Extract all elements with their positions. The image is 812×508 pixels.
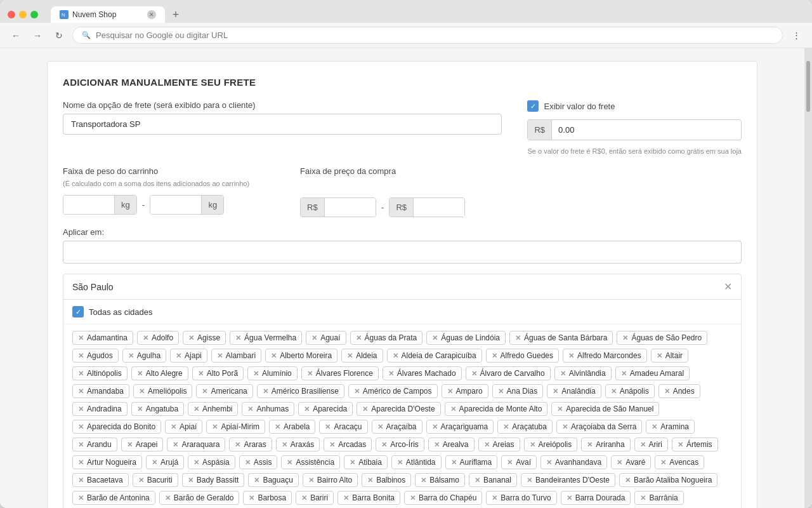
city-remove-button[interactable]: ✕: [165, 494, 171, 502]
city-remove-button[interactable]: ✕: [498, 387, 504, 396]
new-tab-button[interactable]: +: [167, 6, 184, 23]
city-remove-button[interactable]: ✕: [546, 458, 552, 467]
minimize-traffic-light[interactable]: [19, 11, 27, 18]
city-remove-button[interactable]: ✕: [325, 423, 331, 431]
city-remove-button[interactable]: ✕: [193, 405, 199, 413]
city-remove-button[interactable]: ✕: [249, 494, 254, 502]
back-button[interactable]: ←: [8, 27, 24, 44]
city-remove-button[interactable]: ✕: [503, 423, 509, 431]
city-remove-button[interactable]: ✕: [507, 458, 513, 467]
show-freight-checkbox[interactable]: ✓: [527, 100, 539, 112]
city-remove-button[interactable]: ✕: [447, 387, 453, 396]
scrollbar-track[interactable]: [804, 48, 812, 508]
city-remove-button[interactable]: ✕: [621, 370, 627, 378]
city-remove-button[interactable]: ✕: [301, 494, 307, 502]
city-remove-button[interactable]: ✕: [263, 387, 268, 396]
city-remove-button[interactable]: ✕: [311, 334, 317, 342]
city-remove-button[interactable]: ✕: [343, 494, 349, 502]
price-from-input[interactable]: [325, 198, 376, 217]
city-remove-button[interactable]: ✕: [78, 387, 84, 396]
city-remove-button[interactable]: ✕: [362, 405, 368, 413]
city-remove-button[interactable]: ✕: [515, 334, 521, 342]
city-remove-button[interactable]: ✕: [625, 476, 631, 485]
freight-value-input[interactable]: [552, 120, 628, 140]
city-remove-button[interactable]: ✕: [202, 387, 207, 396]
city-remove-button[interactable]: ✕: [557, 405, 563, 413]
city-remove-button[interactable]: ✕: [245, 458, 251, 467]
city-remove-button[interactable]: ✕: [381, 441, 387, 449]
city-remove-button[interactable]: ✕: [640, 494, 646, 502]
price-to-input[interactable]: [414, 198, 464, 217]
city-remove-button[interactable]: ✕: [176, 352, 181, 360]
city-remove-button[interactable]: ✕: [393, 352, 398, 360]
city-remove-button[interactable]: ✕: [471, 370, 477, 378]
city-remove-button[interactable]: ✕: [530, 441, 535, 449]
city-remove-button[interactable]: ✕: [432, 334, 438, 342]
city-remove-button[interactable]: ✕: [254, 476, 259, 485]
city-remove-button[interactable]: ✕: [307, 370, 313, 378]
city-remove-button[interactable]: ✕: [287, 458, 292, 467]
city-remove-button[interactable]: ✕: [397, 458, 403, 467]
all-cities-checkbox[interactable]: ✓: [72, 306, 84, 318]
city-remove-button[interactable]: ✕: [347, 352, 353, 360]
city-remove-button[interactable]: ✕: [475, 476, 480, 485]
city-remove-button[interactable]: ✕: [566, 494, 572, 502]
city-remove-button[interactable]: ✕: [560, 370, 566, 378]
extensions-button[interactable]: ⋮: [788, 27, 804, 44]
city-remove-button[interactable]: ✕: [350, 458, 355, 467]
scrollbar-thumb[interactable]: [806, 61, 810, 112]
city-remove-button[interactable]: ✕: [356, 334, 362, 342]
page-scroll[interactable]: ADICIONAR MANUALMENTE SEU FRETE Nome da …: [0, 48, 804, 508]
city-remove-button[interactable]: ✕: [282, 441, 287, 449]
city-remove-button[interactable]: ✕: [78, 352, 84, 360]
city-remove-button[interactable]: ✕: [664, 387, 670, 396]
city-remove-button[interactable]: ✕: [611, 387, 617, 396]
city-remove-button[interactable]: ✕: [171, 423, 176, 431]
maximize-traffic-light[interactable]: [30, 11, 38, 18]
city-remove-button[interactable]: ✕: [562, 423, 568, 431]
weight-to-input[interactable]: [150, 196, 201, 214]
city-remove-button[interactable]: ✕: [143, 334, 148, 342]
city-remove-button[interactable]: ✕: [198, 370, 204, 378]
city-remove-button[interactable]: ✕: [678, 441, 683, 449]
city-remove-button[interactable]: ✕: [78, 441, 84, 449]
aplicar-input[interactable]: [63, 241, 742, 264]
city-remove-button[interactable]: ✕: [377, 423, 383, 431]
city-remove-button[interactable]: ✕: [78, 370, 84, 378]
city-remove-button[interactable]: ✕: [137, 405, 143, 413]
city-remove-button[interactable]: ✕: [193, 458, 199, 467]
city-remove-button[interactable]: ✕: [388, 370, 394, 378]
city-remove-button[interactable]: ✕: [657, 352, 662, 360]
city-remove-button[interactable]: ✕: [212, 423, 218, 431]
city-remove-button[interactable]: ✕: [410, 494, 416, 502]
city-remove-button[interactable]: ✕: [217, 352, 223, 360]
city-remove-button[interactable]: ✕: [640, 441, 646, 449]
weight-from-input[interactable]: [63, 196, 114, 214]
city-remove-button[interactable]: ✕: [652, 423, 657, 431]
city-remove-button[interactable]: ✕: [188, 334, 194, 342]
city-remove-button[interactable]: ✕: [173, 441, 178, 449]
city-remove-button[interactable]: ✕: [247, 405, 253, 413]
city-remove-button[interactable]: ✕: [78, 494, 84, 502]
city-remove-button[interactable]: ✕: [492, 352, 497, 360]
city-remove-button[interactable]: ✕: [128, 352, 134, 360]
close-traffic-light[interactable]: [8, 11, 15, 18]
city-remove-button[interactable]: ✕: [235, 441, 240, 449]
city-remove-button[interactable]: ✕: [78, 423, 84, 431]
city-remove-button[interactable]: ✕: [304, 405, 310, 413]
city-remove-button[interactable]: ✕: [139, 387, 145, 396]
city-remove-button[interactable]: ✕: [78, 458, 84, 467]
city-remove-button[interactable]: ✕: [127, 441, 133, 449]
city-remove-button[interactable]: ✕: [271, 352, 277, 360]
forward-button[interactable]: →: [29, 27, 46, 44]
reload-button[interactable]: ↻: [51, 27, 67, 44]
city-remove-button[interactable]: ✕: [78, 476, 84, 485]
city-remove-button[interactable]: ✕: [354, 387, 360, 396]
city-remove-button[interactable]: ✕: [78, 334, 84, 342]
city-remove-button[interactable]: ✕: [253, 370, 259, 378]
city-remove-button[interactable]: ✕: [434, 441, 440, 449]
city-remove-button[interactable]: ✕: [587, 441, 593, 449]
city-remove-button[interactable]: ✕: [617, 458, 622, 467]
city-remove-button[interactable]: ✕: [527, 476, 532, 485]
city-remove-button[interactable]: ✕: [367, 476, 373, 485]
